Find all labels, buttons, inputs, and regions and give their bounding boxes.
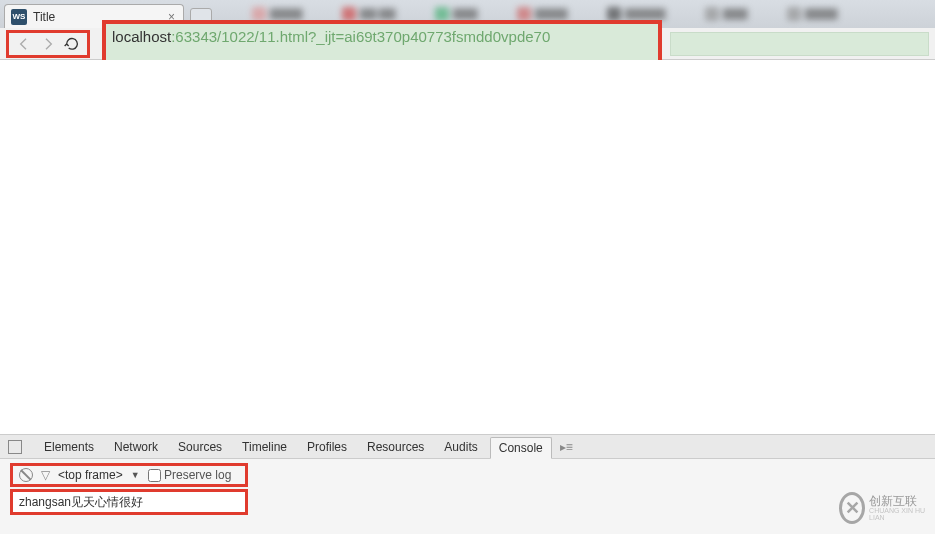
page-viewport — [0, 60, 935, 434]
filter-icon[interactable]: ▽ — [41, 468, 50, 482]
nav-button-group — [6, 30, 90, 58]
watermark-text: 创新互联 CHUANG XIN HU LIAN — [869, 495, 929, 521]
preserve-log-checkbox[interactable] — [148, 469, 161, 482]
tab-title: Title — [33, 10, 55, 24]
console-message: zhangsan见天心情很好 — [19, 494, 143, 511]
favicon-ws-icon: WS — [11, 9, 27, 25]
preserve-log-label[interactable]: Preserve log — [148, 468, 232, 482]
chevron-down-icon[interactable]: ▼ — [131, 470, 140, 480]
reload-icon — [64, 36, 80, 52]
address-bar-remainder[interactable] — [670, 32, 929, 56]
back-button[interactable] — [15, 35, 33, 53]
devtools-tab-sources[interactable]: Sources — [170, 437, 230, 457]
clear-console-icon[interactable] — [19, 468, 33, 482]
reload-button[interactable] — [63, 35, 81, 53]
url-text: localhost:63343/1022/11.html?_ijt=ai69t3… — [112, 24, 550, 45]
watermark: 创新互联 CHUANG XIN HU LIAN — [839, 488, 929, 528]
devtools-drawer-toggle-icon[interactable]: ▸≡ — [560, 440, 573, 454]
url-path: :63343/1022/11.html?_ijt=ai69t370p40773f… — [171, 28, 550, 45]
preserve-log-text: Preserve log — [164, 468, 231, 482]
arrow-right-icon — [40, 36, 56, 52]
devtools-panel: Elements Network Sources Timeline Profil… — [0, 434, 935, 534]
devtools-tab-elements[interactable]: Elements — [36, 437, 102, 457]
console-toolbar: ▽ <top frame> ▼ Preserve log — [10, 463, 248, 487]
devtools-tab-audits[interactable]: Audits — [436, 437, 485, 457]
dock-side-icon[interactable] — [8, 440, 22, 454]
console-output-line: zhangsan见天心情很好 — [10, 489, 248, 515]
devtools-tab-network[interactable]: Network — [106, 437, 166, 457]
devtools-tab-profiles[interactable]: Profiles — [299, 437, 355, 457]
frame-selector[interactable]: <top frame> — [58, 468, 123, 482]
devtools-tabbar: Elements Network Sources Timeline Profil… — [0, 435, 935, 459]
devtools-tab-timeline[interactable]: Timeline — [234, 437, 295, 457]
browser-toolbar: localhost:63343/1022/11.html?_ijt=ai69t3… — [0, 28, 935, 60]
devtools-tab-console[interactable]: Console — [490, 437, 552, 459]
url-host: localhost — [112, 28, 171, 45]
forward-button[interactable] — [39, 35, 57, 53]
arrow-left-icon — [16, 36, 32, 52]
devtools-tab-resources[interactable]: Resources — [359, 437, 432, 457]
watermark-logo-icon — [839, 492, 865, 524]
